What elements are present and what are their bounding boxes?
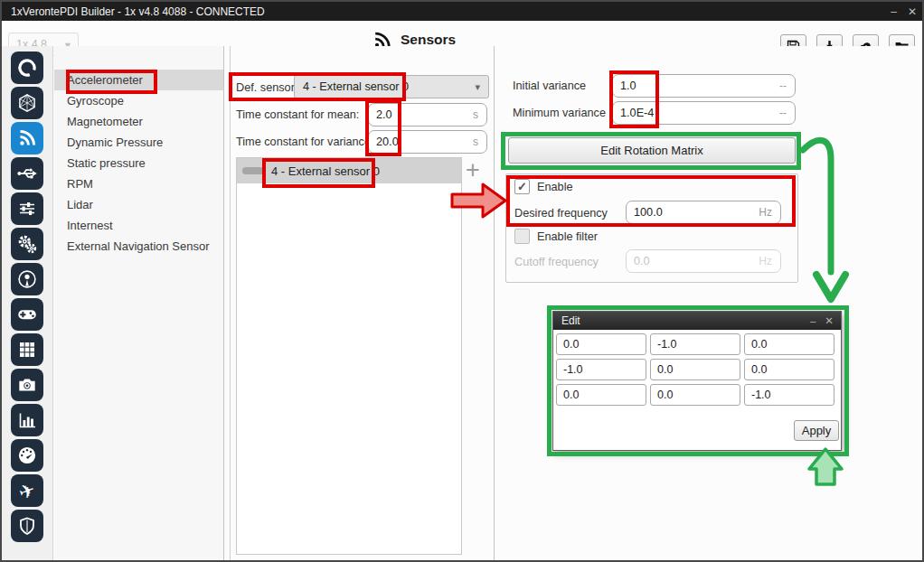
cutoff-frequency-field: Hz [626,249,781,273]
enable-filter-label: Enable filter [537,230,598,243]
matrix-cell-0-2 [744,333,834,355]
sidebar-tab-usb[interactable] [11,157,43,190]
time-variance-unit: s [473,136,486,148]
app-window: 1xVerontePDI Builder - 1x v4.8 4088 - CO… [0,0,924,562]
def-sensor-label: Def. sensor: [236,81,297,94]
sensor-list-row[interactable]: 4 - External sensor 0 [237,158,461,183]
sliders-icon [16,198,38,220]
sensor-menu-item-rpm[interactable]: RPM [54,173,223,194]
dialog-titlebar: Edit – ✕ [553,312,841,330]
gamepad-icon [15,303,39,326]
sensors-rss-icon [16,127,38,149]
titlebar: 1xVerontePDI Builder - 1x v4.8 4088 - CO… [2,2,922,21]
close-icon[interactable]: ✕ [908,5,917,18]
hexagon-mesh-icon [15,91,39,115]
time-mean-field: s [368,103,487,126]
sidebar-tab-bar-chart[interactable] [11,404,43,436]
edit-rotation-matrix-button[interactable]: Edit Rotation Matrix [508,137,796,164]
time-variance-label: Time constant for variance: [236,136,374,148]
initial-variance-unit: -- [779,80,795,92]
sensor-menu-item-gyroscope[interactable]: Gyroscope [54,90,223,111]
initial-variance-label: Initial variance [513,80,586,92]
dialog-title: Edit [561,314,580,327]
icon-sidebar: ✈ [2,46,53,560]
matrix-cell-2-1 [650,384,740,406]
sensor-list: 4 - External sensor 0 [236,157,462,555]
minimum-variance-unit: -- [779,107,795,119]
gauge-icon [15,444,39,467]
sidebar-tab-podcast[interactable] [11,263,43,295]
initial-variance-field: -- [612,74,796,98]
sensor-menu-item-dynamic-pressure[interactable]: Dynamic Pressure [54,132,223,153]
gears-icon [15,232,39,256]
cutoff-frequency-unit: Hz [759,255,780,267]
sidebar-tab-gears[interactable] [11,228,43,260]
shield-icon [16,515,38,537]
sidebar-tab-sliders[interactable] [11,192,43,225]
def-sensor-select[interactable]: 4 - External sensor 0 ▾ [294,75,489,98]
minimum-variance-field: -- [612,101,796,125]
cutoff-frequency-input [627,254,759,268]
sensor-menu-item-internest[interactable]: Internest [54,215,223,236]
minimum-variance-label: Minimum variance [513,107,606,119]
sensor-list-item: 4 - External sensor 0 [271,164,380,178]
matrix-cell-0-1 [650,333,740,355]
add-sensor-button[interactable]: + [466,158,480,182]
time-mean-input[interactable] [369,108,473,122]
matrix-cell-1-1 [650,359,740,380]
dialog-close-icon[interactable]: ✕ [825,314,834,327]
sensor-menu-item-accelerometer[interactable]: Accelerometer [54,70,223,90]
sensor-menu: Accelerometer Gyroscope Magnetometer Dyn… [54,46,224,560]
time-mean-unit: s [473,108,486,121]
sidebar-tab-ring[interactable] [11,52,43,84]
sidebar-tab-gamepad[interactable] [11,298,43,331]
sidebar-tab-sensors[interactable] [11,122,43,155]
enable-checkbox[interactable]: ✓ [514,179,530,194]
sidebar-tab-airplane[interactable]: ✈ [11,474,43,507]
ring-icon [15,56,39,80]
desired-frequency-label: Desired frequency [514,207,608,220]
sensor-menu-item-lidar[interactable]: Lidar [54,194,223,215]
initial-variance-input[interactable] [613,79,779,93]
matrix-cell-0-0 [556,333,646,355]
sensor-menu-item-magnetometer[interactable]: Magnetometer [54,111,223,132]
bar-chart-icon [16,409,38,431]
window-title: 1xVerontePDI Builder - 1x v4.8 4088 - CO… [11,5,265,18]
enable-filter-checkbox[interactable] [514,229,530,244]
desired-frequency-field: Hz [626,201,781,224]
remove-sensor-button[interactable] [242,167,264,174]
apply-button[interactable]: Apply [794,420,839,441]
chevron-down-icon: ▾ [475,81,480,93]
cutoff-frequency-label: Cutoff frequency [514,256,599,268]
minimize-icon[interactable]: – [891,5,897,18]
matrix-cell-2-0 [556,384,646,406]
sidebar-tab-shield[interactable] [11,510,43,542]
sidebar-tab-camera[interactable] [11,369,43,401]
time-mean-label: Time constant for mean: [236,108,359,121]
usb-icon [15,162,39,185]
podcast-icon [15,267,39,291]
minimum-variance-input[interactable] [613,106,779,120]
sidebar-tab-gauge[interactable] [11,439,43,472]
def-sensor-value: 4 - External sensor 0 [303,80,409,93]
grid-icon [16,339,38,361]
desired-frequency-input[interactable] [627,205,759,220]
accelerometer-config-panel: Def. sensor: 4 - External sensor 0 ▾ Tim… [230,46,495,560]
edit-rotation-matrix-dialog: Edit – ✕ Apply [552,311,842,451]
sidebar-tab-grid[interactable] [11,333,43,366]
enable-label: Enable [537,181,573,193]
matrix-cell-2-2 [744,384,834,406]
matrix-cell-1-2 [744,359,834,380]
matrix-cell-1-0 [556,359,646,380]
sidebar-tab-hexagon-mesh[interactable] [11,87,43,119]
dialog-minimize-icon[interactable]: – [810,315,816,326]
camera-icon [15,373,39,397]
accelerometer-detail-panel: Initial variance -- Minimum variance -- … [495,46,922,560]
time-variance-field: s [368,130,487,154]
airplane-icon: ✈ [16,479,38,502]
time-variance-input[interactable] [369,135,473,149]
check-icon: ✓ [517,180,527,193]
sensor-menu-item-external-navigation-sensor[interactable]: External Navigation Sensor [54,236,223,257]
desired-frequency-unit: Hz [759,206,780,219]
sensor-menu-item-static-pressure[interactable]: Static pressure [54,153,223,173]
